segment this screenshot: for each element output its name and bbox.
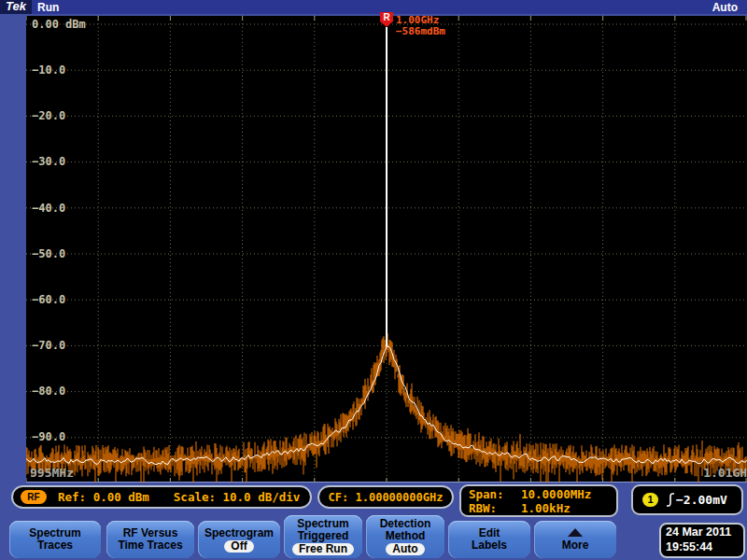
y-tick-label: −60.0 bbox=[32, 293, 65, 306]
tek-logo: Tek bbox=[0, 0, 32, 14]
y-tick-label: −20.0 bbox=[32, 109, 65, 122]
y-tick-label: −90.0 bbox=[32, 430, 65, 443]
datetime-display: 24 Mar 2011 19:55:44 bbox=[659, 523, 745, 558]
span-value: 10.0000MHz bbox=[521, 487, 591, 501]
y-tick-label: −30.0 bbox=[32, 155, 65, 168]
y-tick-label: −70.0 bbox=[32, 339, 65, 352]
y-tick-label: −50.0 bbox=[32, 247, 65, 260]
rbw-value: 1.00kHz bbox=[521, 501, 571, 515]
spectrum-triggered-state: Free Run bbox=[292, 543, 354, 555]
date-readout: 24 Mar 2011 bbox=[666, 525, 743, 539]
ref-level-readout: Ref: 0.00 dBm bbox=[58, 490, 149, 504]
x-left-edge-label: 995MHz bbox=[30, 466, 74, 480]
detection-method-state: Auto bbox=[386, 543, 424, 555]
y-tick-label: −40.0 bbox=[32, 202, 65, 215]
rf-channel-badge: RF bbox=[21, 490, 47, 504]
acquisition-status: Run bbox=[37, 1, 59, 14]
time-readout: 19:55:44 bbox=[666, 539, 743, 554]
y-tick-label: −80.0 bbox=[32, 385, 65, 398]
detection-method-button[interactable]: Detection Method Auto bbox=[366, 515, 444, 558]
spectrogram-button[interactable]: Spectrogram Off bbox=[198, 521, 280, 558]
x-right-edge-label: 1.01GHz bbox=[703, 466, 747, 480]
oscilloscope-screen: Tek Run Auto 0.00 dBm −10.0 −20.0 −30.0 … bbox=[0, 0, 747, 560]
edit-labels-button[interactable]: Edit Labels bbox=[448, 521, 530, 558]
more-up-arrow-icon bbox=[568, 528, 583, 537]
rf-versus-time-traces-button[interactable]: RF Versus Time Traces bbox=[106, 521, 194, 558]
trigger-level-readout: −2.00mV bbox=[676, 493, 727, 507]
ref-level-label: 0.00 dBm bbox=[32, 18, 86, 31]
title-bar: Tek Run Auto bbox=[0, 0, 747, 14]
spectrum-plot: 0.00 dBm −10.0 −20.0 −30.0 −40.0 −50.0 −… bbox=[26, 16, 747, 483]
trigger-mode-status: Auto bbox=[712, 1, 738, 14]
rbw-label: RBW: bbox=[469, 501, 521, 515]
scale-readout: Scale: 10.0 dB/div bbox=[174, 490, 300, 504]
cf-value: CF: 1.00000000GHz bbox=[329, 491, 444, 504]
marker-amplitude-readout: −586mdBm bbox=[396, 25, 445, 37]
channel-1-badge: 1 bbox=[642, 493, 658, 507]
spectrogram-state: Off bbox=[224, 540, 253, 553]
trigger-readout: 1 −2.00mV bbox=[631, 484, 743, 515]
more-button[interactable]: More bbox=[534, 521, 616, 558]
center-frequency-readout: CF: 1.00000000GHz bbox=[317, 485, 454, 509]
rf-reference-readout: RF Ref: 0.00 dBm Scale: 10.0 dB/div bbox=[11, 485, 312, 509]
spectrum-traces-button[interactable]: Spectrum Traces bbox=[9, 521, 101, 558]
span-label: Span: bbox=[469, 487, 521, 501]
spectrum-triggered-button[interactable]: Spectrum Triggered Free Run bbox=[284, 515, 362, 558]
y-tick-label: −10.0 bbox=[32, 63, 65, 77]
spectrum-trace-canvas bbox=[26, 16, 747, 483]
span-rbw-readout: Span: 10.0000MHz RBW: 1.00kHz bbox=[459, 484, 618, 517]
rising-edge-icon bbox=[666, 493, 674, 507]
